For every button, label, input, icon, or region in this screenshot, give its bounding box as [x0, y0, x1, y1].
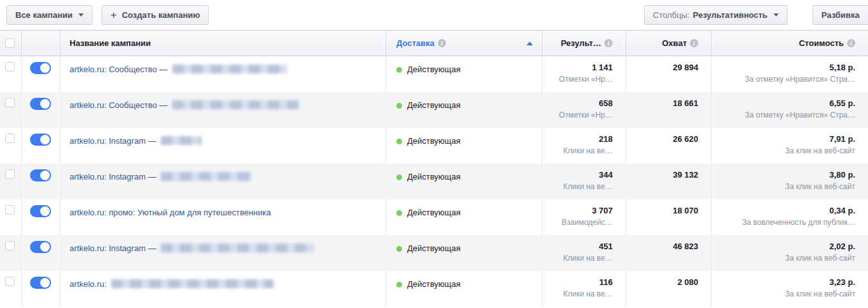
cost-value: 3,80 р. [715, 170, 855, 180]
reach-value: 26 620 [630, 134, 698, 144]
cost-value: 5,18 р. [715, 63, 855, 72]
campaign-toggle[interactable] [30, 241, 51, 253]
result-label: Клики на ве… [546, 182, 613, 191]
row-checkbox[interactable] [5, 277, 15, 286]
reach-value: 39 132 [630, 170, 698, 180]
row-checkbox[interactable] [5, 98, 15, 107]
toggle-knob [40, 278, 50, 288]
campaign-filter-label: Все кампании [15, 10, 73, 20]
cost-label: За вовлеченность для публик… [715, 218, 855, 227]
delivery-status: Действующая [407, 136, 461, 146]
delivery-status: Действующая [407, 172, 461, 181]
toggle-knob [40, 206, 50, 216]
active-status-dot [396, 103, 402, 109]
breakdown-label: Разбивка [821, 10, 860, 20]
columns-value: Результативность [693, 10, 768, 20]
info-icon[interactable]: i [847, 39, 855, 47]
delivery-status: Действующая [407, 243, 461, 253]
row-checkbox[interactable] [5, 169, 15, 179]
redacted-text [161, 243, 314, 252]
table-row: artkelo.ru: Instagram — Действующая 218К… [0, 128, 868, 164]
header-results[interactable]: Результ… i [542, 31, 626, 56]
toggle-knob [40, 99, 50, 109]
chevron-down-icon [79, 13, 84, 17]
result-value: 451 [546, 242, 613, 251]
table-row: artkelo.ru: Instagram — Действующая 344К… [0, 164, 868, 199]
active-status-dot [396, 282, 402, 288]
chevron-down-icon [774, 13, 779, 17]
header-reach[interactable]: Охват i [626, 31, 712, 56]
toggle-knob [40, 63, 50, 73]
info-icon[interactable]: i [690, 39, 698, 47]
header-cost[interactable]: Стоимость i [712, 31, 868, 56]
active-status-dot [396, 210, 402, 216]
header-campaign-name[interactable]: Название кампании [61, 31, 386, 56]
redacted-text [161, 172, 251, 181]
cost-value: 7,91 р. [715, 134, 855, 144]
header-checkbox-cell [0, 31, 22, 56]
reach-value: 46 823 [630, 242, 698, 251]
result-label: Клики на ве… [546, 146, 613, 155]
info-icon[interactable]: i [604, 39, 613, 47]
cost-label: За отметку «Нравится» Стра… [715, 111, 855, 119]
row-checkbox[interactable] [5, 134, 15, 143]
campaign-name-link[interactable]: artkelo.ru: Instagram — [70, 172, 156, 181]
cost-label: За клик на веб-сайт [715, 289, 855, 298]
campaign-name-link[interactable]: artkelo.ru: Instagram — [70, 243, 156, 253]
campaign-toggle[interactable] [30, 134, 51, 146]
info-icon[interactable]: i [438, 39, 446, 47]
columns-dropdown[interactable]: Столбцы: Результативность [644, 5, 788, 25]
columns-label: Столбцы: [653, 10, 690, 20]
table-header-row: Название кампании Доставка i Результ… i … [0, 30, 868, 56]
toggle-knob [40, 242, 50, 252]
campaign-toggle[interactable] [30, 169, 51, 181]
campaign-name-link[interactable]: artkelo.ru: Сообщество — [70, 65, 168, 74]
result-value: 218 [546, 134, 613, 144]
row-checkbox[interactable] [5, 205, 15, 215]
result-label: Отметки «Нр… [546, 111, 613, 119]
cost-label: За отметку «Нравится» Стра… [715, 75, 855, 84]
create-campaign-label: Создать кампанию [122, 10, 200, 20]
table-body: artkelo.ru: Сообщество — Действующая 1 1… [0, 56, 868, 307]
result-value: 658 [546, 98, 613, 108]
select-all-checkbox[interactable] [5, 38, 15, 48]
result-label: Клики на ве… [546, 289, 613, 298]
active-status-dot [396, 246, 402, 252]
campaign-toggle[interactable] [30, 277, 51, 289]
table-row: artkelo.ru: Сообщество — Действующая 658… [0, 92, 868, 128]
redacted-text [172, 100, 299, 109]
campaign-toggle[interactable] [30, 205, 51, 217]
cost-value: 6,55 р. [715, 98, 855, 108]
reach-value: 29 894 [630, 63, 698, 72]
sort-asc-icon [527, 42, 533, 45]
active-status-dot [396, 174, 402, 180]
campaign-toggle[interactable] [30, 62, 51, 74]
table-row: artkelo.ru: Действующая 116Клики на ве… … [0, 271, 868, 307]
redacted-text [111, 279, 274, 288]
campaign-name-link[interactable]: artkelo.ru: Сообщество — [70, 100, 168, 110]
campaign-name-link[interactable]: artkelo.ru: [70, 279, 107, 289]
reach-value: 18 661 [630, 98, 698, 108]
toggle-knob [40, 135, 50, 144]
result-value: 344 [546, 170, 613, 180]
row-checkbox[interactable] [5, 241, 15, 250]
result-label: Клики на ве… [546, 254, 613, 263]
redacted-text [161, 136, 202, 145]
campaign-filter-dropdown[interactable]: Все кампании [6, 5, 93, 25]
cost-label: За клик на веб-сайт [715, 254, 855, 263]
cost-label: За клик на веб-сайт [715, 182, 855, 191]
row-checkbox[interactable] [5, 62, 15, 72]
delivery-status: Действующая [407, 208, 461, 217]
active-status-dot [396, 139, 402, 144]
campaign-name-link[interactable]: artkelo.ru: промо: Уютный дом для путеше… [70, 208, 271, 217]
create-campaign-button[interactable]: + Создать кампанию [101, 5, 209, 25]
campaign-name-link[interactable]: artkelo.ru: Instagram — [70, 136, 156, 146]
result-label: Отметки «Нр… [546, 75, 613, 84]
reach-value: 2 080 [630, 277, 698, 287]
result-value: 1 141 [546, 63, 613, 72]
campaign-toggle[interactable] [30, 98, 51, 110]
result-label: Взаимодейс… [546, 218, 613, 227]
breakdown-button[interactable]: Разбивка [812, 5, 868, 25]
header-delivery[interactable]: Доставка i [386, 31, 542, 56]
cost-value: 0,34 р. [715, 206, 855, 215]
